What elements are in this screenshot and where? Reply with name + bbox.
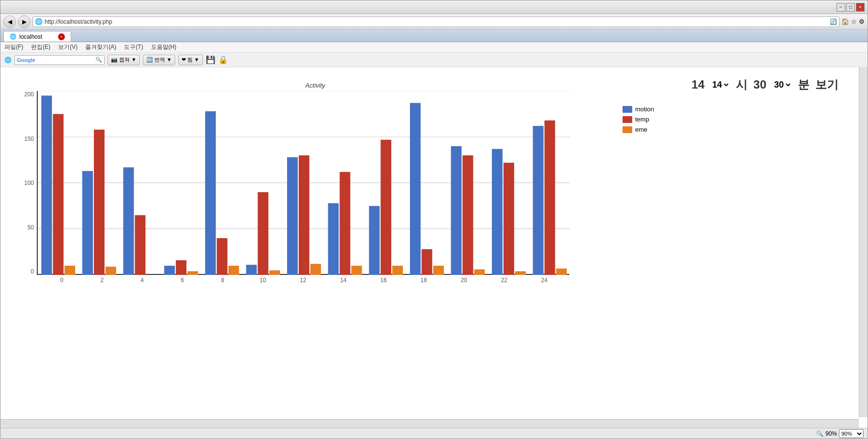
forward-button[interactable]: ▶ bbox=[18, 15, 30, 28]
minute-select[interactable]: 30 00 15 45 bbox=[772, 79, 792, 90]
address-bar[interactable]: 🌐 http://localhost/activity.php 🔄 bbox=[32, 16, 839, 27]
chart-legend: motion temp eme bbox=[623, 106, 654, 133]
x-label: 24 bbox=[524, 275, 564, 284]
zoom-icon: 🔍 bbox=[816, 430, 823, 437]
menu-file[interactable]: 파일(F) bbox=[4, 43, 23, 51]
svg-rect-23 bbox=[299, 155, 309, 275]
refresh-icon[interactable]: 🔄 bbox=[830, 18, 837, 25]
x-label: 20 bbox=[444, 275, 484, 284]
x-label: 22 bbox=[484, 275, 524, 284]
svg-rect-31 bbox=[410, 103, 421, 275]
svg-rect-24 bbox=[310, 264, 321, 275]
svg-rect-26 bbox=[340, 172, 350, 275]
zzim-button[interactable]: ❤ 찜 ▼ bbox=[178, 55, 203, 65]
security-icon[interactable]: 🔒 bbox=[218, 55, 228, 64]
svg-rect-42 bbox=[556, 269, 567, 275]
legend-motion: motion bbox=[623, 106, 654, 113]
menu-tools[interactable]: 도구(T) bbox=[124, 43, 143, 51]
tab-bar: 🌐 localhost × bbox=[0, 30, 868, 42]
menu-edit[interactable]: 편집(E) bbox=[31, 43, 50, 51]
star-icon[interactable]: ☆ bbox=[851, 18, 857, 25]
svg-rect-8 bbox=[94, 130, 105, 275]
svg-rect-19 bbox=[246, 265, 257, 275]
svg-rect-38 bbox=[503, 163, 514, 275]
legend-color-temp bbox=[623, 116, 632, 123]
settings-icon[interactable]: ⚙ bbox=[859, 18, 865, 25]
menu-help[interactable]: 도움말(H) bbox=[151, 43, 177, 51]
capture-icon: 📷 bbox=[111, 57, 118, 63]
menu-favorites[interactable]: 즐겨찾기(A) bbox=[85, 43, 116, 51]
svg-rect-30 bbox=[392, 266, 403, 275]
x-label: 4 bbox=[122, 275, 162, 284]
minute-label: 분 bbox=[798, 77, 809, 92]
svg-rect-6 bbox=[64, 266, 75, 275]
svg-rect-21 bbox=[269, 271, 280, 275]
x-label: 2 bbox=[82, 275, 122, 284]
translate-icon: 🔤 bbox=[146, 57, 153, 63]
svg-rect-33 bbox=[433, 266, 444, 275]
svg-rect-32 bbox=[422, 249, 432, 275]
tab-close-button[interactable]: × bbox=[58, 33, 65, 40]
minimize-button[interactable]: − bbox=[837, 3, 845, 12]
x-label: 14 bbox=[323, 275, 364, 284]
svg-rect-22 bbox=[287, 157, 298, 275]
close-button[interactable]: × bbox=[856, 3, 865, 12]
legend-color-motion bbox=[623, 106, 632, 113]
menu-bar: 파일(F) 편집(E) 보기(V) 즐겨찾기(A) 도구(T) 도움말(H) bbox=[0, 42, 868, 53]
x-label: 0 bbox=[42, 275, 82, 284]
legend-temp: temp bbox=[623, 116, 654, 123]
y-label-150: 150 bbox=[24, 136, 34, 142]
menu-view[interactable]: 보기(V) bbox=[58, 43, 77, 51]
google-search-bar[interactable]: Google 🔍 bbox=[15, 55, 105, 65]
chart-wrapper: Activity 200 150 100 50 0 bbox=[10, 82, 591, 324]
legend-eme: eme bbox=[623, 126, 654, 133]
legend-label-eme: eme bbox=[635, 126, 647, 133]
page-content: 14 14 13 15 시 30 30 00 15 45 분 보기 Activi… bbox=[0, 67, 868, 428]
svg-rect-35 bbox=[462, 155, 473, 275]
legend-label-temp: temp bbox=[635, 116, 649, 123]
svg-rect-18 bbox=[228, 266, 239, 275]
maximize-button[interactable]: □ bbox=[846, 3, 855, 12]
chart-title: Activity bbox=[39, 82, 591, 89]
status-bar: 🔍 90% 90% 100% 75% bbox=[0, 428, 868, 439]
tab-label: localhost bbox=[19, 33, 42, 40]
svg-rect-15 bbox=[187, 271, 198, 275]
x-label: 12 bbox=[283, 275, 323, 284]
capture-button[interactable]: 📷 캡쳐 ▼ bbox=[107, 55, 140, 65]
scrollbar-bottom[interactable] bbox=[0, 419, 859, 428]
y-label-50: 50 bbox=[28, 224, 34, 231]
svg-rect-7 bbox=[82, 171, 93, 275]
hour-label: 시 bbox=[736, 77, 747, 92]
svg-rect-41 bbox=[545, 121, 555, 275]
x-label: 6 bbox=[162, 275, 202, 284]
nav-bar: ◀ ▶ 🌐 http://localhost/activity.php 🔄 🏠 … bbox=[0, 14, 868, 30]
scrollbar-right[interactable] bbox=[859, 67, 868, 417]
svg-rect-27 bbox=[351, 266, 362, 275]
translate-button[interactable]: 🔤 번역 ▼ bbox=[143, 55, 175, 65]
browser-window: − □ × ◀ ▶ 🌐 http://localhost/activity.ph… bbox=[0, 0, 868, 439]
x-label: 8 bbox=[202, 275, 243, 284]
active-tab[interactable]: 🌐 localhost × bbox=[3, 31, 71, 42]
svg-rect-29 bbox=[381, 140, 391, 275]
google-label: Google bbox=[17, 57, 35, 63]
zoom-select[interactable]: 90% 100% 75% bbox=[839, 429, 864, 438]
google-search-input[interactable] bbox=[36, 57, 94, 63]
back-button[interactable]: ◀ bbox=[3, 15, 16, 28]
svg-rect-39 bbox=[515, 271, 526, 275]
hour-value: 14 bbox=[692, 78, 705, 91]
url-text: http://localhost/activity.php bbox=[45, 18, 828, 25]
svg-rect-36 bbox=[474, 270, 485, 275]
y-label-100: 100 bbox=[24, 180, 34, 186]
hour-select[interactable]: 14 13 15 bbox=[710, 79, 730, 90]
svg-rect-13 bbox=[164, 266, 175, 275]
svg-rect-9 bbox=[106, 267, 116, 275]
save-icon[interactable]: 💾 bbox=[206, 55, 215, 64]
svg-rect-10 bbox=[123, 167, 134, 275]
search-icon[interactable]: 🔍 bbox=[95, 57, 102, 63]
svg-rect-11 bbox=[135, 215, 146, 275]
minute-value: 30 bbox=[753, 78, 766, 91]
svg-rect-28 bbox=[369, 206, 380, 275]
y-axis: 200 150 100 50 0 bbox=[10, 91, 37, 275]
home-icon[interactable]: 🏠 bbox=[841, 18, 849, 25]
svg-rect-17 bbox=[217, 238, 228, 275]
